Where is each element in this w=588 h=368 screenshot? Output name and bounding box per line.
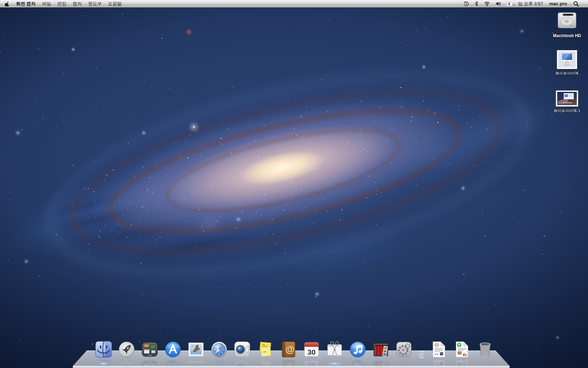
dock-item-safari[interactable] [210, 340, 228, 359]
spotlight-menu[interactable] [570, 0, 582, 7]
desktop-icon-white-imac-1[interactable]: 화이트아이맥-1 [552, 90, 582, 113]
dock-item-facetime[interactable] [233, 340, 251, 359]
finder-icon [94, 340, 113, 359]
address-book-icon: @ [279, 340, 298, 359]
dock-item-app-store[interactable] [164, 340, 182, 359]
photo-booth-icon [372, 340, 390, 359]
time-machine-icon [463, 1, 469, 7]
running-indicator-light [329, 362, 340, 365]
system-preferences-icon [395, 340, 413, 359]
desktop-icon-macintosh-hd[interactable]: Macintosh HD [552, 10, 582, 38]
desktop-icon-label: Macintosh HD [552, 34, 582, 38]
hard-drive-icon [556, 10, 578, 33]
mission-control-icon [141, 340, 159, 359]
dock-item-mail[interactable] [187, 340, 205, 359]
bluetooth-menu[interactable] [472, 0, 481, 7]
svg-text:@: @ [285, 344, 294, 355]
time-machine-menu[interactable] [461, 0, 472, 7]
apple-menu[interactable] [0, 0, 13, 7]
desktop-icon-label: 화이트아이맥-1 [552, 109, 582, 113]
dock-item-address-book[interactable]: @ @ [279, 340, 298, 359]
dock-item-photo-booth[interactable] [372, 340, 390, 359]
safari-icon [210, 340, 228, 359]
dock-separator [418, 340, 425, 359]
desktop-icon-label: 화이트아이맥 [552, 71, 582, 76]
dock-item-stickies[interactable] [256, 340, 274, 359]
menu-help[interactable]: 도움말 [105, 0, 125, 7]
galaxy-wallpaper [0, 0, 588, 368]
dock-item-system-preferences[interactable] [395, 340, 413, 359]
wifi-menu[interactable] [481, 0, 493, 7]
menu-capture[interactable]: 캡처 [70, 0, 85, 7]
korean-flag-icon [506, 2, 512, 6]
launchpad-icon [118, 340, 136, 359]
document-about-stacks-icon [430, 340, 448, 359]
itunes-icon [349, 340, 367, 359]
menu-file[interactable]: 파일 [39, 0, 54, 7]
svg-text:30: 30 [307, 348, 315, 356]
mail-icon [187, 340, 205, 359]
bluetooth-icon [475, 1, 478, 6]
stickies-icon [256, 340, 274, 359]
dock-item-mission-control[interactable] [141, 340, 159, 359]
dock-item-ical[interactable]: 30 30 [302, 340, 321, 359]
dock-item-trash[interactable] [476, 340, 494, 359]
input-source-menu[interactable]: 2 [504, 0, 515, 7]
menu-clock[interactable]: 일 오후 3:57 [515, 1, 546, 7]
dock-item-launchpad[interactable] [118, 340, 136, 359]
app-store-icon [164, 340, 182, 359]
facetime-icon [233, 340, 251, 359]
document-about-downloads-icon [453, 340, 471, 359]
user-switch-menu[interactable]: mac pro [546, 1, 570, 6]
input-source-badge: 2 [513, 4, 514, 7]
dock-item-finder[interactable] [94, 340, 113, 359]
grab-icon [326, 340, 344, 359]
volume-icon [496, 1, 501, 6]
image-file-icon [556, 90, 578, 108]
dock-item-grab[interactable] [326, 340, 344, 359]
volume-menu[interactable] [493, 0, 504, 7]
menu-app-name[interactable]: 화면 캡처 [13, 0, 39, 7]
image-file-icon [557, 50, 577, 70]
apple-logo-icon [5, 1, 9, 7]
ical-icon: 30 [302, 340, 321, 359]
spotlight-search-icon [573, 1, 579, 7]
dock-item-document-about-downloads[interactable] [453, 340, 471, 359]
running-indicator-light [98, 362, 109, 365]
menu-bar: 화면 캡처 파일 편집 캡처 윈도우 도움말 [0, 0, 588, 8]
wifi-icon [484, 1, 490, 6]
menu-window[interactable]: 윈도우 [85, 0, 105, 7]
desktop-icon-white-imac[interactable]: 화이트아이맥 [552, 50, 582, 76]
dock-item-document-about-stacks[interactable] [430, 340, 448, 359]
andromeda-galaxy [21, 24, 539, 312]
macos-desktop: { "menu_bar": { "apple_menu": "apple-log… [0, 0, 588, 368]
menu-edit[interactable]: 편집 [54, 0, 70, 7]
dock-item-itunes[interactable] [349, 340, 367, 359]
trash-icon [476, 340, 494, 359]
